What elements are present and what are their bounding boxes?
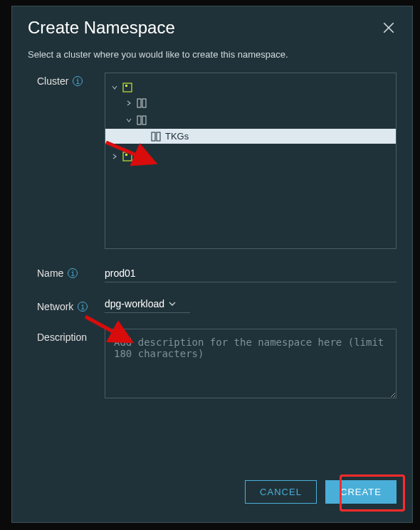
modal-title: Create Namespace: [28, 18, 175, 38]
close-button[interactable]: [381, 20, 397, 36]
close-icon: [382, 21, 395, 34]
name-input[interactable]: [105, 265, 397, 282]
svg-rect-6: [152, 132, 155, 141]
svg-rect-4: [137, 116, 141, 124]
svg-rect-0: [123, 83, 132, 92]
cluster-icon: [137, 98, 147, 108]
modal-header: Create Namespace: [12, 6, 412, 45]
chevron-down-icon: [169, 300, 176, 307]
description-textarea[interactable]: [105, 329, 397, 398]
svg-rect-2: [137, 99, 141, 107]
cancel-button[interactable]: CANCEL: [245, 480, 317, 504]
cluster-tree[interactable]: TKGs: [105, 73, 397, 249]
chevron-right-icon: [111, 154, 118, 159]
create-button[interactable]: CREATE: [325, 480, 397, 504]
row-description: Description: [62, 329, 397, 398]
tree-item-tkgs[interactable]: TKGs: [105, 129, 396, 144]
network-value: dpg-workload: [105, 298, 164, 309]
svg-rect-3: [142, 99, 146, 107]
svg-rect-7: [157, 132, 160, 141]
network-select[interactable]: dpg-workload: [105, 298, 190, 313]
tree-item-cluster-1[interactable]: [105, 96, 396, 110]
svg-rect-1: [125, 85, 127, 87]
info-icon[interactable]: i: [73, 76, 83, 86]
resource-pool-icon: [151, 132, 161, 142]
svg-rect-8: [123, 152, 132, 161]
tree-item-cluster-2[interactable]: [105, 113, 396, 127]
row-network: Network i dpg-workload: [62, 298, 397, 313]
form: Cluster i: [12, 73, 412, 475]
modal-subtitle: Select a cluster where you would like to…: [12, 45, 412, 73]
chevron-right-icon: [125, 100, 132, 106]
chevron-down-icon: [111, 85, 118, 90]
tree-item-datacenter-2[interactable]: [105, 149, 396, 164]
svg-rect-5: [142, 116, 146, 124]
label-cluster: Cluster i: [37, 73, 105, 87]
chevron-down-icon: [125, 117, 132, 123]
datacenter-icon: [122, 152, 132, 161]
info-icon[interactable]: i: [78, 302, 88, 312]
tree-item-label: TKGs: [165, 131, 189, 142]
cluster-icon: [137, 115, 147, 125]
row-name: Name i: [62, 265, 397, 282]
row-cluster: Cluster i: [62, 73, 397, 249]
label-name: Name i: [37, 265, 105, 279]
tree-item-datacenter-1[interactable]: [105, 80, 396, 95]
info-icon[interactable]: i: [68, 268, 78, 278]
svg-rect-9: [125, 154, 127, 156]
create-namespace-modal: Create Namespace Select a cluster where …: [11, 6, 413, 523]
modal-footer: CANCEL CREATE: [12, 475, 412, 522]
label-network: Network i: [37, 298, 105, 312]
datacenter-icon: [122, 83, 132, 92]
label-description: Description: [37, 329, 105, 343]
